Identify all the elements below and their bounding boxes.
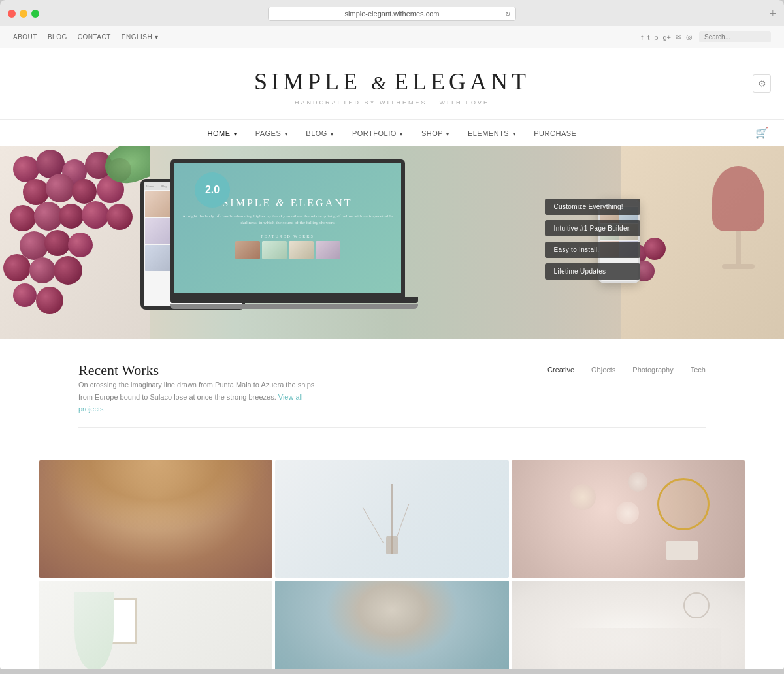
nav-english[interactable]: ENGLISH ▾ <box>122 33 158 40</box>
filter-photography[interactable]: Photography <box>632 366 673 374</box>
top-nav: ABOUT BLOG CONTACT ENGLISH ▾ <box>13 33 158 40</box>
new-tab-button[interactable]: + <box>770 7 776 21</box>
browser-window-controls[interactable] <box>8 10 39 18</box>
nav-items: HOME ▾ PAGES ▾ BLOG ▾ PORTFOLIO ▾ SHOP ▾… <box>208 127 577 138</box>
top-bar: ABOUT BLOG CONTACT ENGLISH ▾ f t p g+ ✉ … <box>0 26 784 48</box>
grape-berry <box>106 204 133 230</box>
gear-icon-button[interactable]: ⚙ <box>753 74 771 93</box>
feature-btn-4[interactable]: Lifetime Updates <box>545 263 640 280</box>
grape-right <box>644 238 666 260</box>
url-bar[interactable]: simple-elegant.withemes.com ↻ <box>268 7 516 21</box>
twitter-icon[interactable]: t <box>647 33 649 41</box>
portfolio-item-1[interactable] <box>39 460 272 578</box>
laptop-thumb-2 <box>262 241 287 259</box>
feature-btn-1[interactable]: Customize Everything! <box>545 199 640 215</box>
wine-glass <box>706 166 771 283</box>
nav-about[interactable]: ABOUT <box>13 33 37 40</box>
close-button[interactable] <box>8 10 16 18</box>
filter-separator: · <box>582 367 583 373</box>
portfolio-item-6[interactable] <box>512 581 745 669</box>
section-title: Recent Works <box>78 362 327 379</box>
filter-separator: · <box>623 367 625 373</box>
filter-tabs: Creative · Objects · Photography · Tech <box>547 366 706 374</box>
gear-icon: ⚙ <box>758 78 766 89</box>
recent-works-section: Recent Works On crossing the imaginary l… <box>0 339 784 460</box>
laptop-thumb-4 <box>316 241 340 259</box>
nav-contact[interactable]: CONTACT <box>78 33 111 40</box>
grape-berry <box>59 204 84 229</box>
facebook-icon[interactable]: f <box>641 33 643 41</box>
nav-shop[interactable]: SHOP ▾ <box>421 127 449 138</box>
site-header: SIMPLE & ELEGANT HANDCRAFTED BY WITHEMES… <box>0 48 784 119</box>
gold-plate <box>657 478 710 530</box>
googleplus-icon[interactable]: g+ <box>662 33 671 41</box>
feature-btn-2[interactable]: Intuitive #1 Page Builder. <box>545 220 640 236</box>
nav-elements[interactable]: ELEMENTS ▾ <box>468 127 515 138</box>
grape-berry <box>13 156 39 182</box>
hero-feature-buttons: Customize Everything! Intuitive #1 Page … <box>545 199 640 280</box>
site-title-ampersand: & <box>371 72 394 93</box>
grape-berry <box>82 201 109 229</box>
portfolio-item-2[interactable] <box>275 460 508 578</box>
laptop-thumbnails <box>235 241 340 259</box>
nav-portfolio[interactable]: PORTFOLIO ▾ <box>352 127 403 138</box>
portfolio-item-4[interactable] <box>39 581 272 669</box>
laptop-thumb-1 <box>235 241 260 259</box>
pinterest-icon[interactable]: p <box>654 33 658 41</box>
website-content: ABOUT BLOG CONTACT ENGLISH ▾ f t p g+ ✉ … <box>0 26 784 669</box>
portfolio-grid <box>39 460 745 669</box>
nav-pages[interactable]: PAGES ▾ <box>255 127 288 138</box>
social-icons: f t p g+ ✉ ◎ <box>641 33 693 41</box>
branch-left <box>362 507 383 543</box>
refresh-icon[interactable]: ↻ <box>505 10 510 18</box>
hero-grapes-area <box>0 146 150 339</box>
minimize-button[interactable] <box>20 10 27 18</box>
section-header: Recent Works On crossing the imaginary l… <box>78 362 706 415</box>
filter-tech[interactable]: Tech <box>691 366 706 374</box>
wine-glass-base <box>722 264 755 269</box>
portrait2-overlay <box>275 581 508 669</box>
hero-right-area <box>621 146 784 339</box>
filter-separator: · <box>681 367 683 373</box>
filter-creative[interactable]: Creative <box>547 366 574 374</box>
flowers-left <box>74 592 114 669</box>
nav-purchase[interactable]: PURCHASE <box>534 127 576 138</box>
laptop-title: SIMPLE & ELEGANT <box>222 197 352 209</box>
filter-objects[interactable]: Objects <box>591 366 615 374</box>
main-nav: HOME ▾ PAGES ▾ BLOG ▾ PORTFOLIO ▾ SHOP ▾… <box>0 119 784 146</box>
mail-icon[interactable]: ✉ <box>676 33 681 41</box>
grape-berry <box>13 283 37 307</box>
feature-btn-3[interactable]: Easy to Install. <box>545 242 640 258</box>
cart-icon[interactable]: 🛒 <box>755 127 768 139</box>
telephone <box>666 541 698 560</box>
nav-home[interactable]: HOME ▾ <box>208 127 237 138</box>
grape-berry <box>68 233 93 257</box>
url-text: simple-elegant.withemes.com <box>345 10 440 18</box>
portfolio-item-5[interactable] <box>275 581 508 669</box>
maximize-button[interactable] <box>31 10 39 18</box>
rss-icon[interactable]: ◎ <box>686 33 693 41</box>
furniture <box>558 628 721 669</box>
vase <box>386 536 398 554</box>
grape-berry <box>54 256 82 285</box>
browser-chrome: simple-elegant.withemes.com ↻ + <box>0 0 784 26</box>
nav-blog[interactable]: BLOG <box>48 33 67 40</box>
top-bar-right: f t p g+ ✉ ◎ <box>641 31 771 42</box>
branch-right <box>397 504 409 537</box>
laptop-base-bottom <box>170 304 418 309</box>
hair-top <box>39 460 272 531</box>
nav-blog[interactable]: BLOG ▾ <box>306 127 334 138</box>
section-divider <box>78 427 706 428</box>
grape-berry <box>36 287 63 314</box>
grape-berry <box>10 205 36 231</box>
wine-glass-bowl <box>712 166 764 231</box>
tablet-nav-item: Home <box>146 185 154 188</box>
search-input[interactable] <box>699 31 771 42</box>
portfolio-item-3[interactable] <box>512 460 745 578</box>
section-left: Recent Works On crossing the imaginary l… <box>78 362 327 415</box>
site-title-part2: ELEGANT <box>394 69 530 95</box>
grape-berry <box>46 174 74 202</box>
laptop-thumb-3 <box>289 241 314 259</box>
grape-berry <box>44 230 71 256</box>
grape-berry <box>23 179 49 205</box>
